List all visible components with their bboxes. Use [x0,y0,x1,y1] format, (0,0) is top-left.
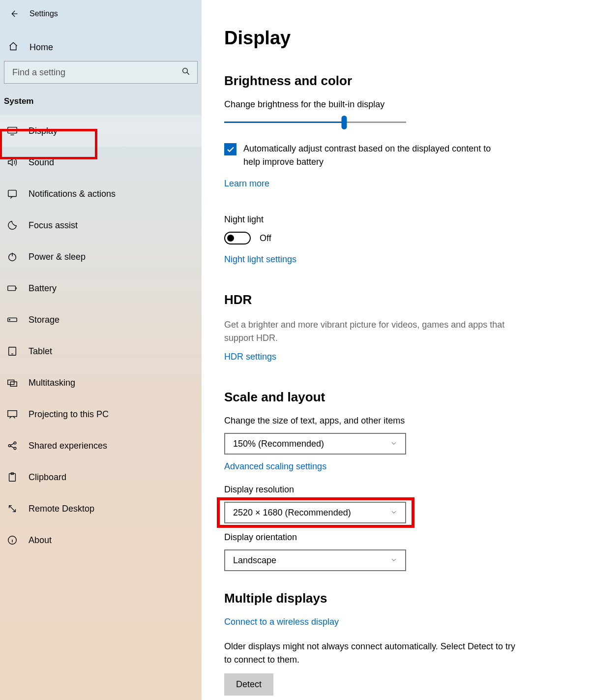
storage-icon [7,314,18,325]
sidebar-item-label: Notifications & actions [29,189,116,199]
sidebar-item-label: Clipboard [29,472,66,483]
orientation-dropdown[interactable]: Landscape [224,549,406,571]
power-icon [7,251,18,262]
battery-icon [7,283,18,294]
chevron-down-icon [390,508,397,518]
svg-rect-9 [10,382,17,386]
sidebar-home-label: Home [30,42,53,53]
sidebar-item-clipboard[interactable]: Clipboard [0,461,202,493]
text-size-dropdown[interactable]: 150% (Recommended) [224,433,406,455]
learn-more-link[interactable]: Learn more [224,179,269,189]
orientation-value: Landscape [233,555,276,566]
sound-icon [7,157,18,168]
brightness-slider[interactable] [224,117,406,128]
display-icon [7,125,18,136]
svg-rect-2 [8,190,17,197]
sidebar-item-label: Tablet [29,346,52,357]
sidebar-item-label: Display [29,126,58,136]
search-icon [181,67,190,78]
chevron-down-icon [390,439,397,449]
sidebar-item-sound[interactable]: Sound [0,147,202,178]
sidebar-item-label: Power & sleep [29,252,86,262]
sidebar-item-shared-experiences[interactable]: Shared experiences [0,430,202,461]
back-icon[interactable] [9,9,19,19]
detect-button[interactable]: Detect [224,673,273,696]
sidebar-item-power-sleep[interactable]: Power & sleep [0,241,202,273]
auto-contrast-checkbox[interactable] [224,143,236,155]
focus-assist-icon [7,220,18,231]
sidebar-home[interactable]: Home [0,33,202,61]
page-title: Display [224,28,546,49]
night-light-label: Night light [224,214,546,225]
sidebar-item-label: Multitasking [29,378,75,388]
hdr-settings-link[interactable]: HDR settings [224,352,276,362]
night-light-settings-link[interactable]: Night light settings [224,254,296,265]
text-size-value: 150% (Recommended) [233,439,324,449]
sidebar-category: System [0,84,202,115]
svg-point-0 [183,68,188,73]
night-light-toggle[interactable] [224,232,251,244]
brightness-slider-label: Change brightness for the built-in displ… [224,99,546,110]
night-light-state: Off [260,233,271,243]
sidebar-item-label: Remote Desktop [29,504,94,514]
shared-icon [7,440,18,451]
sidebar-item-label: Sound [29,157,54,168]
sidebar-item-label: Shared experiences [29,441,107,451]
sidebar-item-tablet[interactable]: Tablet [0,335,202,367]
sidebar: Settings Home System Display [0,0,202,700]
slider-thumb[interactable] [342,116,347,129]
chevron-down-icon [390,555,397,566]
svg-point-12 [14,442,16,444]
home-icon [8,41,19,53]
tablet-icon [7,346,18,357]
resolution-dropdown[interactable]: 2520 × 1680 (Recommended) [224,502,406,523]
sidebar-item-label: Focus assist [29,220,78,231]
wireless-display-link[interactable]: Connect to a wireless display [224,617,339,627]
main-content: Display Brightness and color Change brig… [202,0,590,700]
sidebar-nav: Display Sound Notifications & actions Fo… [0,115,202,556]
section-multiple: Multiple displays [224,591,546,606]
sidebar-item-notifications[interactable]: Notifications & actions [0,178,202,210]
svg-point-6 [9,319,10,320]
svg-rect-10 [8,411,17,417]
svg-rect-1 [8,127,17,133]
sidebar-item-label: Storage [29,315,59,325]
section-scale: Scale and layout [224,390,546,405]
resolution-label: Display resolution [224,485,546,495]
clipboard-icon [7,472,18,483]
sidebar-item-label: About [29,535,52,546]
hdr-desc: Get a brighter and more vibrant picture … [224,318,519,345]
multitasking-icon [7,377,18,388]
sidebar-item-label: Projecting to this PC [29,409,109,420]
text-size-label: Change the size of text, apps, and other… [224,416,546,426]
search-input[interactable] [11,67,181,78]
auto-contrast-label: Automatically adjust contrast based on t… [243,142,509,169]
sidebar-item-display[interactable]: Display [0,115,202,147]
svg-point-13 [14,447,16,450]
sidebar-item-storage[interactable]: Storage [0,304,202,335]
advanced-scaling-link[interactable]: Advanced scaling settings [224,461,326,472]
search-box[interactable] [4,61,198,84]
window-title: Settings [30,9,58,18]
older-displays-text: Older displays might not always connect … [224,640,519,667]
remote-desktop-icon [7,503,18,514]
about-icon [7,535,18,546]
sidebar-item-label: Battery [29,283,57,294]
section-hdr: HDR [224,292,546,307]
sidebar-item-battery[interactable]: Battery [0,273,202,304]
orientation-label: Display orientation [224,532,546,543]
svg-rect-4 [8,286,16,290]
notifications-icon [7,188,18,199]
sidebar-item-multitasking[interactable]: Multitasking [0,367,202,398]
svg-point-11 [8,445,11,447]
sidebar-item-about[interactable]: About [0,524,202,556]
sidebar-item-projecting[interactable]: Projecting to this PC [0,398,202,430]
sidebar-item-focus-assist[interactable]: Focus assist [0,210,202,241]
resolution-value: 2520 × 1680 (Recommended) [233,508,351,518]
sidebar-item-remote-desktop[interactable]: Remote Desktop [0,493,202,524]
projecting-icon [7,409,18,420]
svg-rect-8 [8,380,14,385]
section-brightness: Brightness and color [224,73,546,89]
